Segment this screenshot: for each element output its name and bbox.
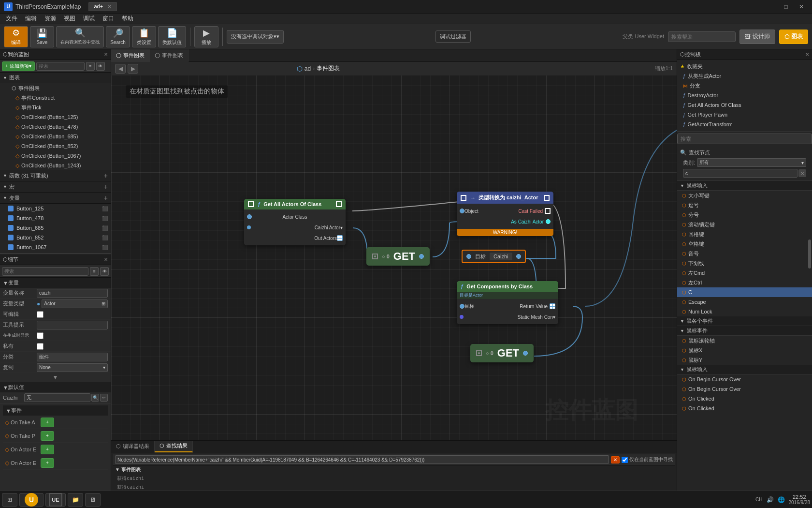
graph-tab-1[interactable]: ⬡ 事件图表: [111, 49, 150, 62]
fav-get-all-actors[interactable]: ƒ Get All Actors Of Class: [680, 100, 809, 110]
menu-view[interactable]: 视图: [60, 14, 79, 24]
tab-ad[interactable]: ad+ ✕: [88, 2, 117, 11]
var-type-dropdown[interactable]: Actor ⊞: [42, 299, 108, 308]
menu-file[interactable]: 文件: [2, 14, 21, 24]
variables-section-header[interactable]: ▼ 变量 +: [0, 193, 111, 204]
mouse-events-header[interactable]: ▼ 鼠标事件: [677, 326, 812, 336]
menu-window[interactable]: 窗口: [99, 14, 118, 24]
task-ue-1[interactable]: U: [19, 493, 44, 507]
events-section-header[interactable]: ▼ 事件: [3, 405, 108, 416]
search-clear-btn[interactable]: ✕: [798, 169, 806, 177]
key-size-toggle[interactable]: ⬡ 大小写键: [677, 191, 812, 200]
key-num-lock[interactable]: ⬡ Num Lock: [677, 307, 812, 316]
task-ue-2[interactable]: UE: [45, 493, 66, 507]
var-private-checkbox[interactable]: [37, 343, 44, 350]
get-node-2[interactable]: ○ 0 GET: [470, 344, 534, 362]
find-input-field[interactable]: [115, 455, 609, 464]
default-search-btn[interactable]: 🔍: [91, 394, 99, 402]
key-c-selected[interactable]: ⬡ C: [677, 287, 812, 297]
per-platform-header[interactable]: ▼ 鼠各个事件: [677, 316, 812, 326]
details-search-input[interactable]: [2, 267, 88, 276]
event-take-p-add[interactable]: +: [41, 431, 54, 441]
default-edit-btn[interactable]: ✏: [100, 394, 108, 402]
bp-eye-toggle[interactable]: 👁: [96, 62, 105, 71]
compiler-results-tab[interactable]: ⬡ 编译器结果: [111, 441, 155, 452]
target-node[interactable]: 目标 Caizhi: [462, 250, 526, 263]
find-results-tab[interactable]: ⬡ 查找结果: [155, 441, 193, 452]
event-construct[interactable]: ◇ 事件Construct: [0, 93, 111, 103]
save-btn[interactable]: 💾 Save: [30, 26, 54, 47]
right-panel-close[interactable]: ✕: [805, 52, 809, 57]
category-dropdown[interactable]: 所有 ▾: [697, 158, 806, 167]
var-name-input[interactable]: [37, 289, 108, 298]
task-folder[interactable]: 📁: [68, 493, 83, 507]
event-onclick-478[interactable]: ◇ OnClicked (Button_478): [0, 122, 111, 132]
bp-search-input[interactable]: [36, 62, 85, 71]
var-button-125[interactable]: Button_125 ⬛: [0, 204, 111, 213]
mouse-input-header[interactable]: ▼ 鼠标输入: [677, 365, 812, 374]
event-onclick-1243[interactable]: ◇ OnClicked (Button_1243): [0, 161, 111, 170]
on-begin-cursor-2[interactable]: ⬡ On Begin Cursor Over: [677, 384, 812, 394]
get-node-1[interactable]: ○ 0 GET: [366, 247, 430, 266]
mouse-wheel-axis[interactable]: ⬡ 鼠标滚轮轴: [677, 336, 812, 345]
minimize-btn[interactable]: ─: [764, 2, 777, 12]
var-button-1067[interactable]: Button_1067 ⬛: [0, 242, 111, 252]
fav-get-player-pawn[interactable]: ƒ Get Player Pawn: [680, 110, 809, 120]
default-section-header[interactable]: ▼ 默认值: [0, 382, 111, 392]
var-button-685[interactable]: Button_685 ⬛: [0, 223, 111, 233]
bp-view-toggle[interactable]: ≡: [86, 62, 95, 71]
var-replication-dropdown[interactable]: None ▾: [37, 363, 108, 372]
key-semicolon[interactable]: ⬡ 分号: [677, 210, 812, 220]
key-backspace[interactable]: ⬡ 回格键: [677, 229, 812, 239]
menu-edit[interactable]: 编辑: [21, 14, 41, 24]
play-btn[interactable]: ▶ 播放: [194, 26, 218, 47]
find-clear-btn[interactable]: ✕: [611, 456, 620, 463]
class-defaults-btn[interactable]: 📄 类默认值: [158, 26, 186, 47]
functions-section-header[interactable]: ▼ 函数 (31 可重载) +: [0, 170, 111, 181]
on-clicked-1[interactable]: ⬡ On Clicked: [677, 394, 812, 403]
menu-resource[interactable]: 资源: [41, 14, 60, 24]
right-search-input[interactable]: [677, 134, 812, 144]
cast-to-caizhi-node[interactable]: → 类型转换为 caizhi_Actor Object Cast Failed …: [457, 192, 553, 236]
menu-help[interactable]: 帮助: [118, 14, 137, 24]
key-comma[interactable]: ⬡ 逗号: [677, 200, 812, 210]
details-view-toggle-2[interactable]: 👁: [100, 267, 109, 276]
nav-back-btn[interactable]: ◀: [115, 64, 126, 74]
mouse-x[interactable]: ⬡ 鼠标X: [677, 345, 812, 355]
event-take-a-add[interactable]: +: [41, 418, 54, 427]
help-search-input[interactable]: [668, 31, 736, 42]
get-all-actors-node[interactable]: ƒ Get All Actors Of Class Actor Class Ca…: [244, 199, 346, 245]
key-underscore[interactable]: ⬡ 下划线: [677, 258, 812, 268]
var-button-852[interactable]: Button_852 ⬛: [0, 233, 111, 242]
graph-section-header[interactable]: ▼ 图表: [0, 73, 111, 83]
vars-add-icon[interactable]: +: [104, 194, 108, 202]
start-btn[interactable]: ⊞: [2, 493, 17, 507]
fav-destroy-actor[interactable]: ƒ DestroyActor: [680, 90, 809, 100]
var-spawn-checkbox[interactable]: [37, 332, 44, 339]
right-panel-scrollbar[interactable]: [808, 239, 811, 269]
menu-debug[interactable]: 调试: [79, 14, 99, 24]
only-current-checkbox[interactable]: [622, 457, 628, 463]
graph-tab-2[interactable]: ⬡ 事件图表: [150, 49, 188, 62]
debug-dropdown[interactable]: 没有选中调试对象▾ ▾: [227, 30, 284, 44]
key-escape[interactable]: ⬡ Escape: [677, 297, 812, 307]
var-detail-header[interactable]: ▼ 变量: [0, 278, 111, 288]
macros-add-icon[interactable]: +: [104, 183, 108, 191]
bp-panel-close[interactable]: ✕: [104, 52, 108, 57]
close-btn[interactable]: ✕: [795, 2, 808, 12]
nav-forward-btn[interactable]: ▶: [128, 64, 138, 74]
keyboard-section-header[interactable]: ▼ 鼠标输入: [677, 181, 812, 191]
default-val-input[interactable]: [24, 393, 90, 402]
key-tilde[interactable]: ⬡ 音号: [677, 249, 812, 258]
details-close[interactable]: ✕: [104, 257, 108, 262]
expand-section[interactable]: ▼: [0, 373, 111, 382]
var-tooltip-input[interactable]: [37, 321, 108, 329]
get-components-node[interactable]: ƒ Get Components by Class 目标是Actor 目标 Re…: [457, 281, 558, 324]
favorites-header[interactable]: ★ 收藏夹: [680, 62, 809, 71]
event-actor-e1-add[interactable]: +: [41, 445, 54, 454]
tab-close[interactable]: ✕: [107, 3, 112, 9]
designer-btn[interactable]: 🖼 设计师: [740, 30, 775, 44]
event-actor-e2-add[interactable]: +: [41, 458, 54, 468]
search-btn[interactable]: 🔎 Search: [106, 26, 130, 47]
event-onclick-852[interactable]: ◇ OnClicked (Button_852): [0, 141, 111, 151]
